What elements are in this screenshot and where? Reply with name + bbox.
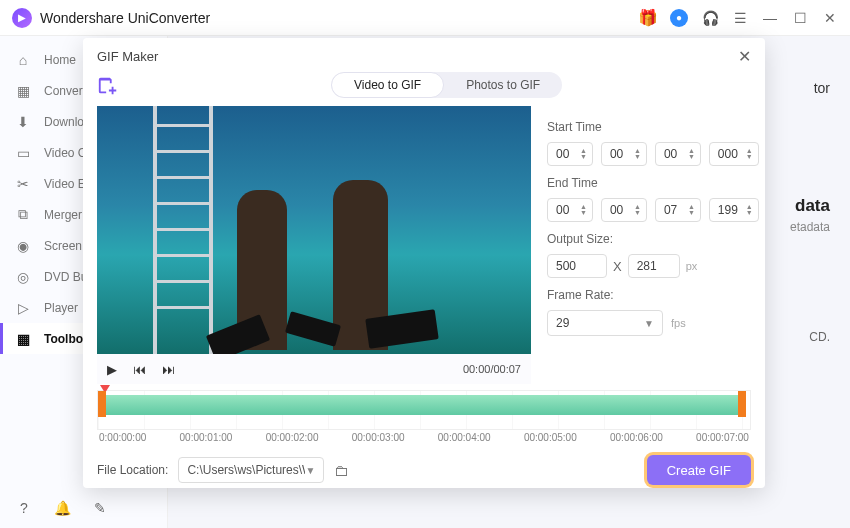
- compress-icon: ▭: [14, 145, 32, 161]
- frame-rate-select[interactable]: 29 ▼: [547, 310, 663, 336]
- sidebar-item-label: Player: [44, 301, 78, 315]
- width-input[interactable]: 500: [547, 254, 607, 278]
- end-ms-stepper[interactable]: 199▲▼: [709, 198, 759, 222]
- tick-label: 00:00:07:00: [696, 432, 749, 443]
- app-title: Wondershare UniConverter: [40, 10, 640, 26]
- play-button[interactable]: ▶: [107, 362, 117, 377]
- conversion-tabs: Video to GIF Photos to GIF: [331, 72, 562, 98]
- merge-icon: ⧉: [14, 206, 32, 223]
- disc-icon: ◎: [14, 269, 32, 285]
- open-folder-icon[interactable]: 🗀: [334, 462, 349, 479]
- add-file-icon[interactable]: [97, 74, 119, 96]
- time-display: 00:00/00:07: [463, 363, 521, 375]
- video-preview[interactable]: [97, 106, 531, 354]
- tick-label: 00:00:03:00: [352, 432, 405, 443]
- create-gif-button[interactable]: Create GIF: [647, 455, 751, 485]
- spinner-buttons[interactable]: ▲▼: [580, 148, 587, 160]
- output-size-label: Output Size:: [547, 232, 759, 246]
- tick-label: 00:00:04:00: [438, 432, 491, 443]
- headset-icon[interactable]: 🎧: [702, 10, 718, 26]
- window-minimize-icon[interactable]: —: [762, 10, 778, 26]
- tick-label: 00:00:01:00: [180, 432, 233, 443]
- settings-panel: Start Time 00▲▼ 00▲▼ 00▲▼ 000▲▼ End Time…: [547, 106, 759, 384]
- status-bar: ? 🔔 ✎: [16, 500, 108, 516]
- window-maximize-icon[interactable]: ☐: [792, 10, 808, 26]
- end-ss-stepper[interactable]: 07▲▼: [655, 198, 701, 222]
- tick-label: 00:00:05:00: [524, 432, 577, 443]
- tick-label: 0:00:00:00: [99, 432, 146, 443]
- start-ms-stepper[interactable]: 000▲▼: [709, 142, 759, 166]
- start-mm-stepper[interactable]: 00▲▼: [601, 142, 647, 166]
- chevron-down-icon: ▼: [305, 465, 315, 476]
- sidebar-item-label: Merger: [44, 208, 82, 222]
- bg-text: data: [795, 196, 830, 216]
- chevron-down-icon: ▼: [644, 318, 654, 329]
- file-location-select[interactable]: C:\Users\ws\Pictures\Wonders ▼: [178, 457, 324, 483]
- start-time-label: Start Time: [547, 120, 759, 134]
- window-close-icon[interactable]: ✕: [822, 10, 838, 26]
- converter-icon: ▦: [14, 83, 32, 99]
- tab-photos-to-gif[interactable]: Photos to GIF: [444, 72, 562, 98]
- file-location-label: File Location:: [97, 463, 168, 477]
- end-time-label: End Time: [547, 176, 759, 190]
- close-icon[interactable]: ✕: [738, 47, 751, 66]
- timeline[interactable]: [97, 390, 751, 430]
- start-hh-stepper[interactable]: 00▲▼: [547, 142, 593, 166]
- tab-video-to-gif[interactable]: Video to GIF: [331, 72, 444, 98]
- playback-controls: ▶ ⏮ ⏭ 00:00/00:07: [97, 354, 531, 384]
- next-frame-button[interactable]: ⏭: [162, 362, 175, 377]
- previous-frame-button[interactable]: ⏮: [133, 362, 146, 377]
- tick-label: 00:00:06:00: [610, 432, 663, 443]
- height-input[interactable]: 281: [628, 254, 680, 278]
- start-ss-stepper[interactable]: 00▲▼: [655, 142, 701, 166]
- spinner-buttons[interactable]: ▲▼: [746, 204, 753, 216]
- home-icon: ⌂: [14, 52, 32, 68]
- timeline-selection[interactable]: [102, 395, 746, 415]
- help-icon[interactable]: ?: [16, 500, 32, 516]
- end-mm-stepper[interactable]: 00▲▼: [601, 198, 647, 222]
- gift-icon[interactable]: 🎁: [640, 10, 656, 26]
- spinner-buttons[interactable]: ▲▼: [746, 148, 753, 160]
- spinner-buttons[interactable]: ▲▼: [580, 204, 587, 216]
- title-bar: ▶ Wondershare UniConverter 🎁 ● 🎧 ☰ — ☐ ✕: [0, 0, 850, 36]
- px-label: px: [686, 260, 698, 272]
- end-hh-stepper[interactable]: 00▲▼: [547, 198, 593, 222]
- trim-handle-right[interactable]: [738, 391, 746, 417]
- video-preview-col: ▶ ⏮ ⏭ 00:00/00:07: [97, 106, 531, 384]
- app-logo-icon: ▶: [12, 8, 32, 28]
- modal-title: GIF Maker: [97, 49, 158, 64]
- gif-maker-modal: GIF Maker ✕ Video to GIF Photos to GIF: [83, 38, 765, 488]
- frame-rate-label: Frame Rate:: [547, 288, 759, 302]
- download-icon: ⬇: [14, 114, 32, 130]
- spinner-buttons[interactable]: ▲▼: [688, 148, 695, 160]
- tick-label: 00:00:02:00: [266, 432, 319, 443]
- bg-text: tor: [814, 80, 830, 96]
- bg-text: etadata: [790, 220, 830, 234]
- spinner-buttons[interactable]: ▲▼: [634, 204, 641, 216]
- play-icon: ▷: [14, 300, 32, 316]
- sidebar-item-label: Home: [44, 53, 76, 67]
- spinner-buttons[interactable]: ▲▼: [634, 148, 641, 160]
- scissors-icon: ✂: [14, 176, 32, 192]
- bell-icon[interactable]: 🔔: [54, 500, 70, 516]
- multiply-label: X: [613, 259, 622, 274]
- bg-text: CD.: [809, 330, 830, 344]
- hamburger-icon[interactable]: ☰: [732, 10, 748, 26]
- fps-label: fps: [671, 317, 686, 329]
- timeline-ticks: 0:00:00:00 00:00:01:00 00:00:02:00 00:00…: [97, 432, 751, 443]
- trim-handle-left[interactable]: [98, 391, 106, 417]
- spinner-buttons[interactable]: ▲▼: [688, 204, 695, 216]
- record-icon: ◉: [14, 238, 32, 254]
- feedback-icon[interactable]: ✎: [92, 500, 108, 516]
- grid-icon: ▦: [14, 331, 32, 347]
- user-avatar[interactable]: ●: [670, 9, 688, 27]
